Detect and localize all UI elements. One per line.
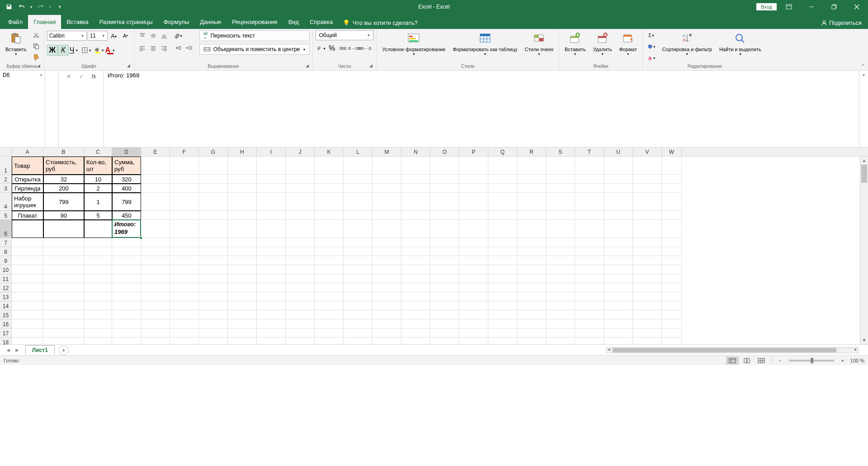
insert-cells-button[interactable]: Вставить▼ — [562, 30, 589, 57]
number-format-dropdown[interactable]: Общий▼ — [316, 30, 373, 40]
normal-view-button[interactable] — [726, 357, 739, 365]
table-cell[interactable]: Итого: 1969 — [112, 220, 141, 238]
row-header-13[interactable]: 13 — [0, 292, 12, 301]
col-header-L[interactable]: L — [344, 147, 373, 156]
table-cell[interactable]: 200 — [43, 184, 84, 193]
decrease-font-button[interactable]: A▾ — [120, 30, 131, 41]
row-header-10[interactable]: 10 — [0, 265, 12, 274]
maximize-button[interactable] — [824, 0, 844, 14]
table-cell[interactable]: 400 — [112, 184, 141, 193]
scroll-right-button[interactable]: ► — [853, 347, 859, 353]
format-cells-button[interactable]: Формат▼ — [617, 30, 640, 57]
signin-button[interactable]: Вход — [756, 3, 777, 10]
table-cell[interactable] — [43, 220, 84, 238]
find-select-button[interactable]: Найти и выделить▼ — [717, 30, 764, 57]
bold-button[interactable]: Ж — [47, 45, 58, 56]
align-left-button[interactable] — [137, 43, 148, 54]
increase-font-button[interactable]: A▴ — [108, 30, 119, 41]
row-header-7[interactable]: 7 — [0, 238, 12, 247]
italic-button[interactable]: К — [58, 45, 69, 56]
undo-dropdown[interactable]: ▼ — [29, 1, 33, 12]
table-cell[interactable]: 450 — [112, 211, 141, 220]
col-header-Q[interactable]: Q — [488, 147, 517, 156]
col-header-C[interactable]: C — [84, 147, 112, 156]
wrap-text-button[interactable]: ab⤶ Переносить текст — [199, 30, 310, 41]
page-break-view-button[interactable] — [755, 357, 768, 365]
row-header-16[interactable]: 16 — [0, 319, 12, 328]
cell-styles-button[interactable]: Стили ячеек▼ — [522, 30, 556, 57]
align-bottom-button[interactable] — [159, 30, 170, 41]
currency-button[interactable]: ₽▼ — [316, 43, 326, 54]
percent-button[interactable]: % — [326, 43, 337, 54]
col-header-N[interactable]: N — [401, 147, 430, 156]
tab-page-layout[interactable]: Разметка страницы — [94, 15, 158, 29]
share-button[interactable]: Поделиться — [815, 17, 868, 29]
scroll-up-button[interactable]: ▲ — [860, 157, 868, 165]
table-cell[interactable]: Плакат — [12, 211, 43, 220]
add-sheet-button[interactable]: + — [58, 346, 69, 355]
cells-area[interactable]: ТоварСтоимость, рубКол-во, штСумма, рубО… — [12, 157, 682, 344]
format-painter-button[interactable] — [31, 52, 41, 62]
zoom-value[interactable]: 100 % — [850, 358, 864, 363]
table-cell[interactable]: Сумма, руб — [112, 157, 141, 175]
horizontal-scrollbar[interactable]: ◄ ► — [606, 347, 859, 353]
row-header-2[interactable]: 2 — [0, 175, 12, 184]
row-header-18[interactable]: 18 — [0, 338, 12, 344]
col-header-R[interactable]: R — [517, 147, 546, 156]
page-layout-view-button[interactable] — [741, 357, 753, 365]
zoom-out-button[interactable]: − — [777, 358, 783, 363]
table-cell[interactable]: 2 — [84, 184, 112, 193]
col-header-D[interactable]: D — [112, 147, 141, 156]
borders-button[interactable]: ▼ — [81, 45, 92, 56]
tell-me-search[interactable]: 💡 Что вы хотите сделать? — [338, 17, 422, 29]
qat-customize[interactable]: ▾ — [54, 1, 65, 12]
align-top-button[interactable] — [137, 30, 148, 41]
row-header-6[interactable]: 6 — [0, 220, 12, 238]
col-header-A[interactable]: A — [12, 147, 43, 156]
table-cell[interactable]: 799 — [43, 193, 84, 211]
col-header-V[interactable]: V — [633, 147, 662, 156]
select-all-corner[interactable] — [0, 147, 12, 156]
orientation-button[interactable]: ab▼ — [173, 30, 184, 41]
save-button[interactable] — [4, 1, 14, 12]
scroll-down-button[interactable]: ▼ — [860, 336, 868, 344]
font-name-dropdown[interactable]: Calibri▼ — [47, 31, 87, 41]
fill-handle[interactable] — [140, 237, 142, 239]
table-cell[interactable]: 5 — [84, 211, 112, 220]
insert-function-button[interactable]: fx — [90, 72, 99, 81]
font-launcher[interactable]: ◢ — [127, 63, 132, 69]
clipboard-launcher[interactable]: ◢ — [37, 63, 42, 69]
row-header-11[interactable]: 11 — [0, 274, 12, 283]
scroll-thumb[interactable] — [861, 165, 867, 183]
col-header-F[interactable]: F — [170, 147, 199, 156]
font-color-button[interactable]: A▼ — [105, 45, 116, 56]
tab-formulas[interactable]: Формулы — [158, 15, 195, 29]
table-cell[interactable]: 10 — [84, 175, 112, 184]
conditional-formatting-button[interactable]: Условное форматирование▼ — [379, 30, 448, 57]
tab-file[interactable]: Файл — [3, 15, 28, 29]
tab-view[interactable]: Вид — [283, 15, 305, 29]
format-as-table-button[interactable]: Форматировать как таблицу▼ — [450, 30, 520, 57]
table-cell[interactable]: Стоимость, руб — [43, 157, 84, 175]
scroll-left-button[interactable]: ◄ — [606, 347, 612, 353]
increase-decimal-button[interactable]: .0→.00 — [348, 43, 359, 54]
col-header-P[interactable]: P — [459, 147, 488, 156]
row-header-1[interactable]: 1 — [0, 157, 12, 175]
sheet-nav[interactable]: ◄ ► — [0, 347, 25, 353]
tab-help[interactable]: Справка — [304, 15, 338, 29]
col-header-M[interactable]: M — [373, 147, 401, 156]
tab-review[interactable]: Рецензирование — [226, 15, 283, 29]
copy-button[interactable] — [31, 41, 41, 51]
row-header-3[interactable]: 3 — [0, 184, 12, 193]
name-box[interactable]: D6 ▼ — [0, 71, 45, 147]
align-middle-button[interactable] — [148, 30, 159, 41]
collapse-ribbon-button[interactable]: ㅅ — [861, 62, 865, 68]
sheet-tab-1[interactable]: Лист1 — [25, 345, 55, 355]
paste-button[interactable]: Вставить ▼ — [3, 30, 29, 57]
col-header-H[interactable]: H — [228, 147, 257, 156]
sheet-prev-icon[interactable]: ◄ — [5, 347, 11, 353]
increase-indent-button[interactable] — [184, 43, 195, 54]
table-cell[interactable]: 799 — [112, 193, 141, 211]
vertical-scrollbar[interactable]: ▲ ▼ — [860, 157, 868, 344]
row-header-9[interactable]: 9 — [0, 256, 12, 265]
